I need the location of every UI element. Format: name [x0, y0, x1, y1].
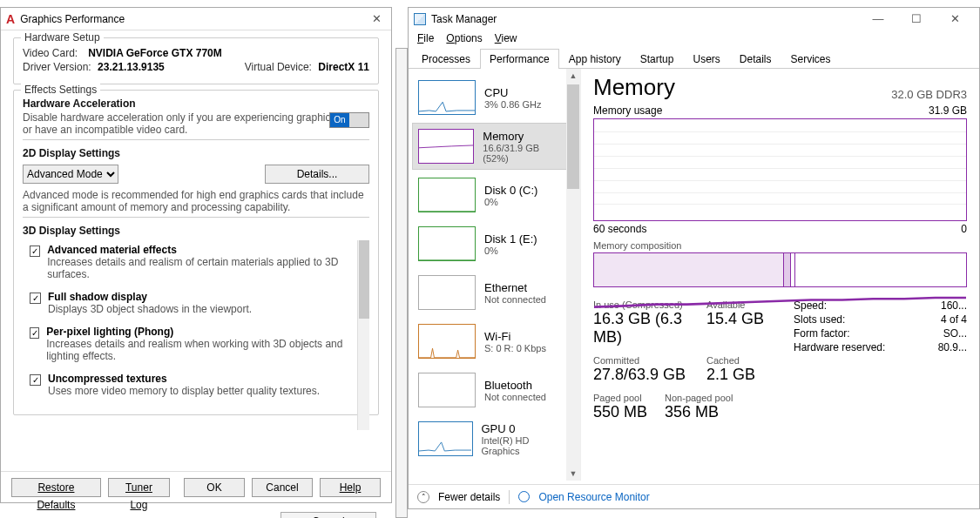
close-icon[interactable]: ✕ [367, 12, 386, 25]
option-desc: Uses more video memory to display better… [48, 385, 320, 397]
menu-view[interactable]: View [495, 32, 517, 44]
tm-window-title: Task Manager [431, 13, 859, 25]
option-desc: Increases details and realism of certain… [47, 256, 357, 280]
2d-desc: Advanced mode is recommended for high en… [23, 189, 369, 213]
tab-users[interactable]: Users [683, 49, 729, 69]
acad-window-title: Graphics Performance [20, 13, 367, 25]
tuner-log-button[interactable]: Tuner Log [108, 478, 170, 497]
card-title: GPU 0 [482, 422, 566, 435]
sidebar-card-wi-fi[interactable]: Wi-Fi S: 0 R: 0 Kbps [412, 318, 571, 365]
option-title: Per-pixel lighting (Phong) [46, 326, 357, 338]
card-title: Wi-Fi [484, 330, 546, 343]
menu-options[interactable]: Options [446, 32, 482, 44]
card-title: Disk 1 (E:) [484, 232, 537, 246]
card-title: Memory [483, 130, 565, 143]
open-resource-monitor-link[interactable]: Open Resource Monitor [538, 491, 649, 503]
sidebar-card-cpu[interactable]: CPU 3% 0.86 GHz [412, 74, 571, 121]
tm-titlebar[interactable]: Task Manager — ☐ ✕ [409, 8, 979, 30]
card-thumb [418, 129, 474, 164]
tab-performance[interactable]: Performance [480, 49, 559, 69]
tab-processes[interactable]: Processes [412, 49, 480, 69]
card-thumb [418, 226, 476, 261]
memory-composition-chart [593, 252, 967, 287]
hardware-legend: Hardware Setup [21, 31, 104, 44]
scroll-down-arrow[interactable]: ▼ [566, 467, 580, 481]
video-card-label: Video Card: [23, 47, 78, 59]
cancel-button[interactable]: Cancel [252, 478, 313, 497]
card-thumb [418, 373, 476, 407]
hardware-setup-group: Hardware Setup Video Card: NVIDIA GeForc… [13, 37, 379, 84]
menu-file[interactable]: File [417, 32, 434, 44]
sidebar-scroll-thumb[interactable] [567, 84, 579, 189]
option-row: Uncompressed textures Uses more video me… [23, 369, 357, 404]
sidebar-card-disk-0-c-[interactable]: Disk 0 (C:) 0% [412, 172, 571, 219]
sidebar-card-memory[interactable]: Memory 16.6/31.9 GB (52%) [412, 123, 571, 170]
card-thumb [418, 80, 476, 115]
chevron-up-icon[interactable]: ˄ [417, 491, 429, 503]
virtual-device-label: Virtual Device: [245, 61, 312, 73]
checkbox[interactable] [30, 246, 40, 257]
sidebar-card-bluetooth[interactable]: Bluetooth Not connected [412, 367, 571, 414]
usage-label: Memory usage [593, 104, 662, 117]
details-button[interactable]: Details... [265, 165, 369, 184]
toggle-off-side [349, 113, 368, 127]
display-mode-combo[interactable]: Advanced Mode [23, 165, 118, 184]
ok-button[interactable]: OK [184, 478, 245, 497]
card-title: Disk 0 (C:) [484, 184, 537, 197]
footer-divider [509, 490, 510, 504]
card-sub: Intel(R) HD Graphics [482, 435, 566, 456]
sidebar-card-gpu-0[interactable]: GPU 0 Intel(R) HD Graphics [412, 415, 571, 462]
sidebar-scrollbar[interactable]: ▲ ▼ [566, 69, 580, 481]
sidebar-card-disk-1-e-[interactable]: Disk 1 (E:) 0% [412, 220, 571, 267]
hw-accel-desc: Disable hardware acceleration only if yo… [23, 111, 369, 136]
usage-max: 31.9 GB [929, 104, 967, 117]
minimize-button[interactable]: — [859, 8, 897, 30]
card-thumb [418, 178, 476, 212]
sidebar-card-ethernet[interactable]: Ethernet Not connected [412, 269, 571, 316]
behind-strip [395, 48, 408, 518]
close-button[interactable]: ✕ [936, 8, 974, 30]
option-desc: Increases details and realism when worki… [46, 338, 357, 362]
option-title: Advanced material effects [47, 244, 357, 256]
card-sub: 3% 0.86 GHz [484, 99, 541, 110]
scroll-thumb[interactable] [359, 240, 369, 319]
virtual-device-value: DirectX 11 [318, 61, 369, 73]
checkbox[interactable] [30, 327, 39, 339]
checkbox[interactable] [30, 374, 41, 386]
effects-legend: Effects Settings [21, 84, 100, 96]
3d-scrollbar[interactable] [357, 240, 369, 430]
effects-settings-group: Effects Settings Hardware Acceleration O… [13, 90, 379, 415]
driver-label: Driver Version: [23, 61, 91, 73]
card-sub: Not connected [484, 392, 546, 402]
checkbox[interactable] [30, 293, 41, 304]
2d-settings-title: 2D Display Settings [23, 147, 369, 159]
help-button[interactable]: Help [320, 478, 381, 497]
tab-app-history[interactable]: App history [559, 49, 631, 69]
task-manager-window: Task Manager — ☐ ✕ File Options View Pro… [408, 7, 980, 509]
option-title: Full shadow display [48, 291, 252, 303]
card-sub: 16.6/31.9 GB (52%) [483, 143, 565, 164]
fewer-details-link[interactable]: Fewer details [438, 491, 500, 503]
task-manager-icon [414, 13, 426, 25]
option-row: Full shadow display Displays 3D object s… [23, 287, 357, 322]
hw-accel-label: Hardware Acceleration [23, 98, 369, 110]
memory-capacity: 32.0 GB DDR3 [891, 88, 967, 101]
acad-titlebar[interactable]: A Graphics Performance ✕ [1, 8, 391, 30]
restore-defaults-button[interactable]: Restore Defaults [11, 478, 101, 497]
scroll-up-arrow[interactable]: ▲ [566, 69, 580, 83]
driver-value: 23.21.13.9135 [98, 61, 165, 73]
resource-monitor-icon [518, 491, 530, 502]
card-title: CPU [484, 86, 541, 99]
tab-startup[interactable]: Startup [631, 49, 684, 69]
page-title: Memory [593, 74, 675, 101]
hw-accel-toggle[interactable]: On [329, 112, 369, 128]
card-thumb [418, 421, 473, 456]
maximize-button[interactable]: ☐ [897, 8, 936, 30]
tab-details[interactable]: Details [730, 49, 781, 69]
autocad-app-icon: A [6, 12, 15, 26]
tab-bar: ProcessesPerformanceApp historyStartupUs… [409, 48, 979, 69]
graphics-performance-window: A Graphics Performance ✕ Hardware Setup … [0, 7, 392, 503]
tab-services[interactable]: Services [781, 49, 841, 69]
menu-bar: File Options View [409, 30, 979, 48]
card-title: Bluetooth [484, 379, 546, 392]
